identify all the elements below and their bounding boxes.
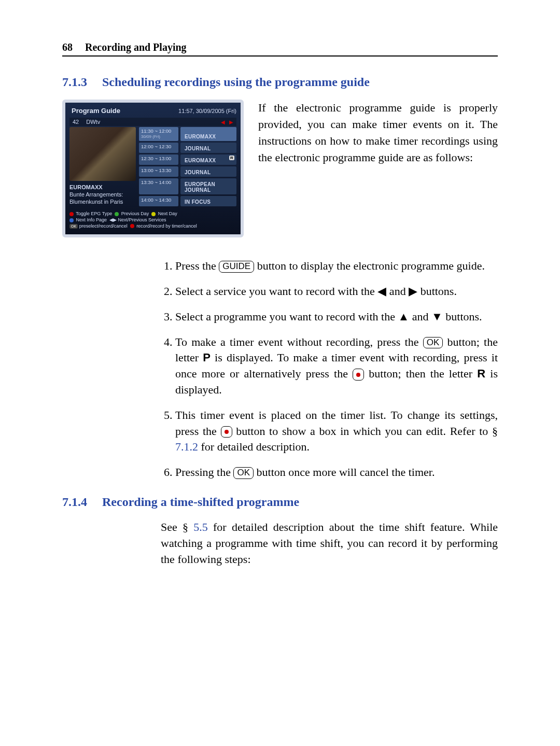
page-header: 68 Recording and Playing	[62, 41, 498, 57]
section-title: Recording a time-shifted programme	[102, 495, 299, 509]
letter-r: R	[477, 367, 485, 380]
link-7-1-2[interactable]: 7.1.2	[175, 440, 198, 453]
intro-block: Program Guide 11:57, 30/09/2005 (Fri) 42…	[62, 100, 498, 237]
section-7-1-4-heading: 7.1.4 Recording a time-shifted programme	[62, 495, 498, 509]
rec-dot-icon	[130, 224, 134, 228]
section-title: Scheduling recordings using the programm…	[102, 75, 370, 89]
epg-preview-image	[69, 127, 136, 181]
ok-key-icon: OK	[423, 337, 443, 348]
section-7-1-4-text: See § 5.5 for detailed description about…	[161, 519, 498, 567]
epg-row: 14:00 ~ 14:30 IN FOCUS	[139, 196, 236, 206]
record-key-icon	[221, 426, 232, 438]
epg-list: 11:30 ~ 12:0030/09 (Fri) EUROMAXX 12:00 …	[139, 127, 236, 208]
epg-info-sub2: Blumenkunst in Paris	[69, 199, 136, 206]
record-key-icon	[353, 369, 364, 380]
step-2: Select a service you want to record with…	[175, 284, 498, 300]
letter-p: P	[203, 351, 211, 364]
epg-channel-name: DWtv	[83, 119, 217, 125]
step-1: Press the GUIDE button to display the el…	[175, 258, 498, 274]
intro-text: If the electronic programme guide is pro…	[258, 100, 498, 166]
step-6: Pressing the OK button once more will ca…	[175, 465, 498, 481]
epg-channel-number: 42	[73, 119, 79, 125]
arrow-right-icon: ▶	[229, 119, 233, 125]
guide-key-icon: GUIDE	[219, 261, 254, 272]
arrow-left-icon: ◀	[221, 119, 225, 125]
ok-icon: OK	[69, 224, 78, 229]
step-5: This timer event is placed on the timer …	[175, 407, 498, 455]
page-number: 68	[62, 41, 73, 53]
epg-row: 11:30 ~ 12:0030/09 (Fri) EUROMAXX	[139, 127, 236, 141]
red-dot-icon	[69, 212, 74, 216]
step-3: Select a programme you want to record wi…	[175, 309, 498, 325]
steps-list: Press the GUIDE button to display the el…	[161, 258, 498, 481]
section-number: 7.1.3	[62, 75, 91, 89]
epg-title: Program Guide	[69, 106, 122, 116]
link-5-5[interactable]: 5.5	[193, 520, 208, 533]
header-title: Recording and Playing	[85, 41, 187, 53]
yellow-dot-icon	[151, 212, 156, 216]
epg-clock: 11:57, 30/09/2005 (Fri)	[178, 108, 236, 114]
epg-footer: Toggle EPG Type Previous Day Next Day Ne…	[69, 211, 236, 229]
epg-info-sub1: Bunte Arrangements:	[69, 191, 136, 199]
epg-info-title: EUROMAXX	[69, 184, 136, 191]
epg-channel-row: 42 DWtv ◀ ▶	[69, 118, 236, 126]
ok-key-icon: OK	[233, 467, 254, 478]
blue-dot-icon	[69, 218, 74, 222]
epg-row: 12:30 ~ 13:00 EUROMAXXR	[139, 154, 236, 165]
document-page: 68 Recording and Playing 7.1.3 Schedulin…	[0, 0, 560, 746]
epg-row: 13:00 ~ 13:30 JOURNAL	[139, 166, 236, 177]
epg-info: EUROMAXX Bunte Arrangements: Blumenkunst…	[69, 184, 136, 205]
step-4: To make a timer event without recording,…	[175, 334, 498, 398]
epg-row: 13:30 ~ 14:00 EUROPEAN JOURNAL	[139, 178, 236, 194]
record-badge: R	[229, 156, 234, 160]
epg-row: 12:00 ~ 12:30 JOURNAL	[139, 143, 236, 153]
section-7-1-3-heading: 7.1.3 Scheduling recordings using the pr…	[62, 75, 498, 89]
epg-screenshot: Program Guide 11:57, 30/09/2005 (Fri) 42…	[62, 100, 244, 237]
green-dot-icon	[115, 212, 119, 216]
section-number: 7.1.4	[62, 495, 91, 509]
